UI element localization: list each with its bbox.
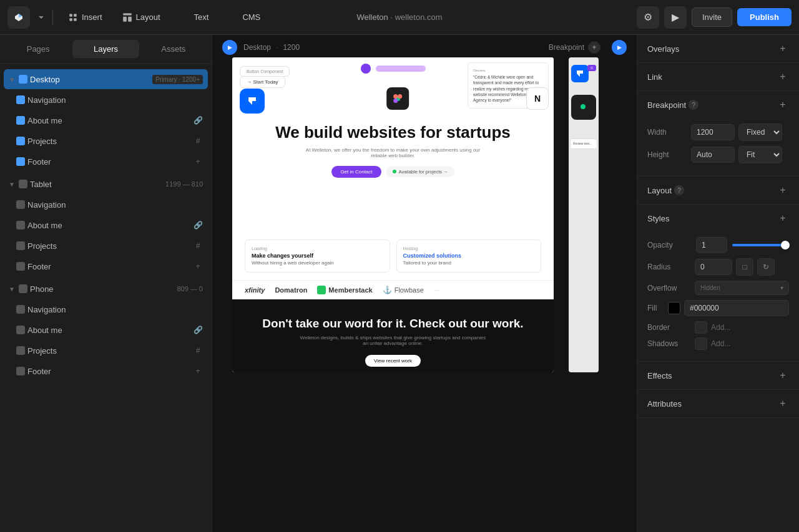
- link-header[interactable]: Link +: [637, 63, 799, 90]
- section2-btn[interactable]: View recent work: [365, 355, 421, 367]
- layer-navigation-tablet[interactable]: Navigation: [4, 195, 208, 215]
- canvas-play-btn[interactable]: ▶: [222, 40, 237, 55]
- breakpoint-help-icon[interactable]: ?: [689, 100, 699, 110]
- layer-type-icon: [19, 284, 27, 293]
- effects-header[interactable]: Effects +: [637, 362, 799, 389]
- fill-hex-input[interactable]: [684, 300, 789, 316]
- radius-square-icon[interactable]: □: [736, 258, 753, 276]
- layer-desktop[interactable]: ▼ Desktop Primary · 1200+: [4, 69, 208, 89]
- layer-projects-phone[interactable]: Projects #: [4, 341, 208, 360]
- layer-name: Phone: [30, 284, 174, 294]
- canvas-area[interactable]: ▶ Desktop · 1200 Breakpoint + ▶ Button C…: [212, 35, 637, 532]
- layers-tree: ▼ Desktop Primary · 1200+ Navigation Abo…: [0, 64, 212, 532]
- add-effect-btn[interactable]: +: [777, 369, 789, 382]
- logo-more: ···: [434, 287, 439, 294]
- attributes-header[interactable]: Attributes +: [637, 390, 799, 417]
- add-link-btn[interactable]: +: [777, 70, 789, 83]
- layer-projects-tablet[interactable]: Projects #: [4, 236, 208, 256]
- fill-row: Fill: [647, 300, 789, 316]
- hero-title: We build websites for startups: [245, 123, 541, 142]
- overlays-header[interactable]: Overlays +: [637, 35, 799, 62]
- text-button[interactable]: Text: [173, 9, 217, 26]
- svg-rect-6: [128, 16, 132, 21]
- tab-assets[interactable]: Assets: [140, 40, 207, 58]
- layer-name: Projects: [27, 346, 190, 355]
- styles-header[interactable]: Styles +: [637, 205, 799, 232]
- add-layout-btn[interactable]: +: [777, 184, 789, 196]
- preview-hero: Button Component → Start Today: [232, 57, 554, 232]
- play-button[interactable]: ▶: [664, 6, 687, 29]
- add-style-btn[interactable]: +: [777, 212, 789, 225]
- width-row: Width Fixed Auto: [647, 123, 789, 141]
- add-attribute-btn[interactable]: +: [777, 397, 789, 410]
- text-label: Text: [194, 12, 209, 22]
- add-breakpoint-btn[interactable]: +: [777, 99, 789, 111]
- width-input[interactable]: [691, 124, 735, 140]
- layer-aboutme-tablet[interactable]: About me 🔗: [4, 215, 208, 235]
- layer-badge: 809 — 0: [177, 285, 203, 293]
- shadows-add-text[interactable]: Add...: [711, 339, 730, 348]
- height-mode-select[interactable]: Fit Fixed: [738, 146, 782, 163]
- canvas-frame-partial: S Review text...: [569, 57, 599, 372]
- svg-point-10: [393, 99, 398, 103]
- layer-phone[interactable]: ▼ Phone 809 — 0: [4, 279, 208, 299]
- available-text: Available for projects →: [399, 169, 448, 175]
- topbar-right: ⚙ ▶ Invite Publish: [637, 6, 792, 29]
- layer-tablet[interactable]: ▼ Tablet 1199 — 810: [4, 174, 208, 194]
- radius-input[interactable]: [695, 259, 732, 275]
- cta-button[interactable]: Get in Contact: [331, 166, 381, 178]
- add-overlay-btn[interactable]: +: [777, 42, 789, 55]
- page-title: Welleton · welleton.com: [356, 12, 442, 22]
- layer-name: Footer: [27, 367, 190, 376]
- svg-point-9: [398, 94, 402, 99]
- layout-help-icon[interactable]: ?: [674, 185, 684, 195]
- layer-projects-desktop[interactable]: Projects #: [4, 131, 208, 151]
- tab-pages[interactable]: Pages: [5, 40, 71, 58]
- layer-footer-phone[interactable]: Footer +: [4, 361, 208, 381]
- width-mode-select[interactable]: Fixed Auto: [738, 123, 782, 141]
- layer-aboutme-phone[interactable]: About me 🔗: [4, 320, 208, 340]
- fill-color-swatch[interactable]: [668, 302, 680, 314]
- layer-footer-tablet[interactable]: Footer +: [4, 256, 208, 276]
- breakpoint-body: Width Fixed Auto Height Fit: [637, 118, 799, 176]
- layer-name: Navigation: [27, 200, 203, 210]
- layer-navigation-phone[interactable]: Navigation: [4, 299, 208, 319]
- tab-layers[interactable]: Layers: [72, 40, 139, 58]
- section-effects: Effects +: [637, 362, 799, 390]
- breakpoint-button[interactable]: Breakpoint +: [549, 41, 600, 54]
- layout-button[interactable]: Layout: [115, 9, 168, 26]
- layer-navigation-desktop[interactable]: Navigation: [4, 90, 208, 110]
- layer-aboutme-desktop[interactable]: About me 🔗: [4, 110, 208, 130]
- svg-rect-3: [74, 18, 77, 21]
- canvas-frame-main[interactable]: Button Component → Start Today: [232, 57, 554, 372]
- start-today-btn[interactable]: → Start Today: [240, 76, 285, 88]
- opacity-input[interactable]: [696, 237, 727, 253]
- insert-button[interactable]: Insert: [61, 9, 110, 26]
- radius-circle-icon[interactable]: ↻: [757, 258, 775, 276]
- add-breakpoint-icon[interactable]: +: [588, 41, 600, 54]
- layer-group-desktop: ▼ Desktop Primary · 1200+ Navigation Abo…: [0, 69, 212, 172]
- breakpoint-header[interactable]: Breakpoint ? +: [637, 91, 799, 118]
- layer-footer-desktop[interactable]: Footer +: [4, 152, 208, 172]
- partial-icon-2: [571, 95, 596, 120]
- section2-title: Don't take our word for it. Check out ou…: [245, 317, 541, 331]
- height-input[interactable]: [691, 147, 735, 163]
- opacity-slider-thumb[interactable]: [781, 241, 790, 249]
- settings-button[interactable]: ⚙: [637, 6, 659, 29]
- cms-button[interactable]: CMS: [221, 9, 268, 26]
- invite-button[interactable]: Invite: [692, 7, 732, 27]
- svg-rect-4: [123, 13, 132, 15]
- logo-button[interactable]: [7, 6, 30, 29]
- border-add-text[interactable]: Add...: [711, 323, 730, 332]
- layer-name: Navigation: [27, 305, 203, 314]
- publish-button[interactable]: Publish: [737, 8, 792, 26]
- button-component-label: Button Component: [240, 66, 290, 77]
- overflow-select[interactable]: Hidden ▾: [695, 281, 789, 295]
- layer-name: About me: [27, 326, 190, 335]
- layout-header[interactable]: Layout ? +: [637, 177, 799, 204]
- hash-icon: #: [193, 346, 203, 355]
- shadows-row: Shadows Add...: [647, 337, 789, 350]
- canvas-play-btn-right[interactable]: ▶: [612, 40, 627, 55]
- opacity-slider[interactable]: [732, 244, 789, 246]
- svg-rect-5: [123, 16, 127, 21]
